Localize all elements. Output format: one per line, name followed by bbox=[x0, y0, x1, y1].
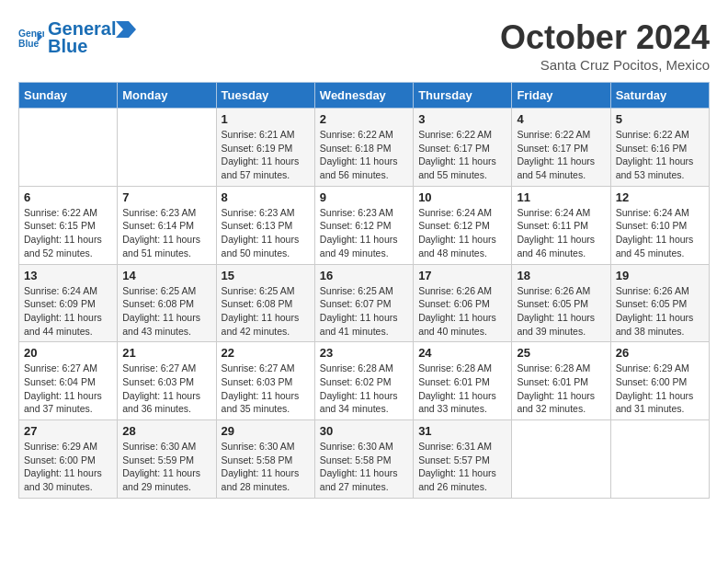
day-number: 9 bbox=[320, 190, 408, 204]
day-info: Sunrise: 6:21 AMSunset: 6:19 PMDaylight:… bbox=[222, 128, 310, 182]
week-row-5: 27Sunrise: 6:29 AMSunset: 6:00 PMDayligh… bbox=[19, 420, 710, 499]
day-number: 5 bbox=[616, 112, 704, 126]
cell-week1-day4: 2Sunrise: 6:22 AMSunset: 6:18 PMDaylight… bbox=[314, 109, 413, 187]
day-info: Sunrise: 6:22 AMSunset: 6:15 PMDaylight:… bbox=[24, 206, 112, 260]
cell-week1-day1 bbox=[19, 109, 118, 187]
cell-week2-day6: 11Sunrise: 6:24 AMSunset: 6:11 PMDayligh… bbox=[512, 186, 610, 264]
day-info: Sunrise: 6:26 AMSunset: 6:05 PMDaylight:… bbox=[517, 284, 605, 339]
day-number: 11 bbox=[517, 190, 605, 204]
day-info: Sunrise: 6:25 AMSunset: 6:08 PMDaylight:… bbox=[122, 284, 210, 339]
cell-week1-day6: 4Sunrise: 6:22 AMSunset: 6:17 PMDaylight… bbox=[512, 109, 610, 187]
day-info: Sunrise: 6:28 AMSunset: 6:01 PMDaylight:… bbox=[418, 362, 506, 416]
cell-week4-day1: 20Sunrise: 6:27 AMSunset: 6:04 PMDayligh… bbox=[19, 342, 118, 420]
cell-week2-day3: 8Sunrise: 6:23 AMSunset: 6:13 PMDaylight… bbox=[216, 186, 314, 264]
week-row-4: 20Sunrise: 6:27 AMSunset: 6:04 PMDayligh… bbox=[19, 342, 710, 420]
cell-week5-day7 bbox=[610, 420, 709, 499]
day-info: Sunrise: 6:24 AMSunset: 6:09 PMDaylight:… bbox=[24, 284, 112, 339]
cell-week2-day5: 10Sunrise: 6:24 AMSunset: 6:12 PMDayligh… bbox=[414, 186, 512, 264]
day-number: 2 bbox=[320, 112, 408, 126]
cell-week2-day4: 9Sunrise: 6:23 AMSunset: 6:12 PMDaylight… bbox=[314, 186, 413, 264]
cell-week1-day5: 3Sunrise: 6:22 AMSunset: 6:17 PMDaylight… bbox=[414, 109, 512, 187]
day-info: Sunrise: 6:25 AMSunset: 6:08 PMDaylight:… bbox=[222, 284, 310, 339]
cell-week1-day7: 5Sunrise: 6:22 AMSunset: 6:16 PMDaylight… bbox=[610, 109, 709, 187]
cell-week5-day3: 29Sunrise: 6:30 AMSunset: 5:58 PMDayligh… bbox=[216, 420, 314, 499]
cell-week3-day6: 18Sunrise: 6:26 AMSunset: 6:05 PMDayligh… bbox=[512, 264, 610, 342]
day-info: Sunrise: 6:22 AMSunset: 6:18 PMDaylight:… bbox=[320, 128, 408, 182]
day-number: 24 bbox=[418, 346, 506, 360]
day-number: 16 bbox=[320, 269, 408, 282]
cell-week4-day3: 22Sunrise: 6:27 AMSunset: 6:03 PMDayligh… bbox=[216, 342, 314, 420]
cell-week3-day5: 17Sunrise: 6:26 AMSunset: 6:06 PMDayligh… bbox=[414, 264, 512, 342]
day-number: 4 bbox=[517, 112, 605, 126]
cell-week4-day5: 24Sunrise: 6:28 AMSunset: 6:01 PMDayligh… bbox=[414, 342, 512, 420]
cell-week2-day1: 6Sunrise: 6:22 AMSunset: 6:15 PMDaylight… bbox=[19, 186, 118, 264]
day-number: 18 bbox=[517, 269, 605, 282]
day-info: Sunrise: 6:30 AMSunset: 5:58 PMDaylight:… bbox=[320, 440, 408, 494]
day-number: 13 bbox=[24, 269, 112, 282]
cell-week5-day6 bbox=[512, 420, 610, 499]
cell-week3-day7: 19Sunrise: 6:26 AMSunset: 6:05 PMDayligh… bbox=[610, 264, 709, 342]
logo: General Blue General Blue bbox=[18, 18, 136, 57]
month-title: October 2024 bbox=[500, 18, 710, 57]
day-info: Sunrise: 6:31 AMSunset: 5:57 PMDaylight:… bbox=[418, 440, 506, 494]
cell-week1-day3: 1Sunrise: 6:21 AMSunset: 6:19 PMDaylight… bbox=[216, 109, 314, 187]
day-info: Sunrise: 6:22 AMSunset: 6:17 PMDaylight:… bbox=[517, 128, 605, 182]
day-number: 21 bbox=[122, 346, 210, 360]
day-number: 27 bbox=[24, 424, 112, 438]
day-info: Sunrise: 6:29 AMSunset: 6:00 PMDaylight:… bbox=[24, 440, 112, 494]
day-info: Sunrise: 6:24 AMSunset: 6:10 PMDaylight:… bbox=[616, 206, 704, 260]
cell-week5-day5: 31Sunrise: 6:31 AMSunset: 5:57 PMDayligh… bbox=[414, 420, 512, 499]
day-info: Sunrise: 6:28 AMSunset: 6:01 PMDaylight:… bbox=[517, 362, 605, 416]
day-info: Sunrise: 6:30 AMSunset: 5:58 PMDaylight:… bbox=[222, 440, 310, 494]
day-info: Sunrise: 6:24 AMSunset: 6:11 PMDaylight:… bbox=[517, 206, 605, 260]
week-row-2: 6Sunrise: 6:22 AMSunset: 6:15 PMDaylight… bbox=[19, 186, 710, 264]
calendar-header-row: SundayMondayTuesdayWednesdayThursdayFrid… bbox=[19, 83, 710, 109]
day-info: Sunrise: 6:30 AMSunset: 5:59 PMDaylight:… bbox=[122, 440, 210, 494]
header-wednesday: Wednesday bbox=[314, 83, 413, 109]
day-number: 22 bbox=[222, 346, 310, 360]
week-row-3: 13Sunrise: 6:24 AMSunset: 6:09 PMDayligh… bbox=[19, 264, 710, 342]
day-info: Sunrise: 6:25 AMSunset: 6:07 PMDaylight:… bbox=[320, 284, 408, 339]
page-header: General Blue General Blue October 2024 S… bbox=[18, 18, 710, 73]
cell-week3-day2: 14Sunrise: 6:25 AMSunset: 6:08 PMDayligh… bbox=[118, 264, 216, 342]
day-info: Sunrise: 6:28 AMSunset: 6:02 PMDaylight:… bbox=[320, 362, 408, 416]
day-number: 15 bbox=[222, 269, 310, 282]
day-number: 1 bbox=[222, 112, 310, 126]
day-number: 28 bbox=[122, 424, 210, 438]
day-number: 26 bbox=[616, 346, 704, 360]
cell-week2-day2: 7Sunrise: 6:23 AMSunset: 6:14 PMDaylight… bbox=[118, 186, 216, 264]
day-info: Sunrise: 6:27 AMSunset: 6:03 PMDaylight:… bbox=[222, 362, 310, 416]
cell-week4-day6: 25Sunrise: 6:28 AMSunset: 6:01 PMDayligh… bbox=[512, 342, 610, 420]
day-number: 29 bbox=[222, 424, 310, 438]
header-tuesday: Tuesday bbox=[216, 83, 314, 109]
day-info: Sunrise: 6:29 AMSunset: 6:00 PMDaylight:… bbox=[616, 362, 704, 416]
day-info: Sunrise: 6:22 AMSunset: 6:17 PMDaylight:… bbox=[418, 128, 506, 182]
location-subtitle: Santa Cruz Pocitos, Mexico bbox=[500, 57, 710, 73]
cell-week3-day1: 13Sunrise: 6:24 AMSunset: 6:09 PMDayligh… bbox=[19, 264, 118, 342]
title-block: October 2024 Santa Cruz Pocitos, Mexico bbox=[500, 18, 710, 73]
day-info: Sunrise: 6:26 AMSunset: 6:06 PMDaylight:… bbox=[418, 284, 506, 339]
cell-week5-day2: 28Sunrise: 6:30 AMSunset: 5:59 PMDayligh… bbox=[118, 420, 216, 499]
day-number: 30 bbox=[320, 424, 408, 438]
day-number: 20 bbox=[24, 346, 112, 360]
svg-text:Blue: Blue bbox=[18, 39, 40, 49]
logo-arrow-icon bbox=[116, 21, 136, 38]
day-number: 7 bbox=[122, 190, 210, 204]
day-number: 23 bbox=[320, 346, 408, 360]
cell-week5-day4: 30Sunrise: 6:30 AMSunset: 5:58 PMDayligh… bbox=[314, 420, 413, 499]
day-info: Sunrise: 6:23 AMSunset: 6:13 PMDaylight:… bbox=[222, 206, 310, 260]
day-info: Sunrise: 6:27 AMSunset: 6:04 PMDaylight:… bbox=[24, 362, 112, 416]
cell-week4-day2: 21Sunrise: 6:27 AMSunset: 6:03 PMDayligh… bbox=[118, 342, 216, 420]
header-sunday: Sunday bbox=[19, 83, 118, 109]
header-monday: Monday bbox=[118, 83, 216, 109]
day-number: 25 bbox=[517, 346, 605, 360]
svg-marker-3 bbox=[116, 21, 136, 38]
logo-icon: General Blue bbox=[18, 25, 44, 51]
day-number: 3 bbox=[418, 112, 506, 126]
day-number: 8 bbox=[222, 190, 310, 204]
cell-week5-day1: 27Sunrise: 6:29 AMSunset: 6:00 PMDayligh… bbox=[19, 420, 118, 499]
day-number: 6 bbox=[24, 190, 112, 204]
header-friday: Friday bbox=[512, 83, 610, 109]
header-saturday: Saturday bbox=[610, 83, 709, 109]
day-number: 14 bbox=[122, 269, 210, 282]
